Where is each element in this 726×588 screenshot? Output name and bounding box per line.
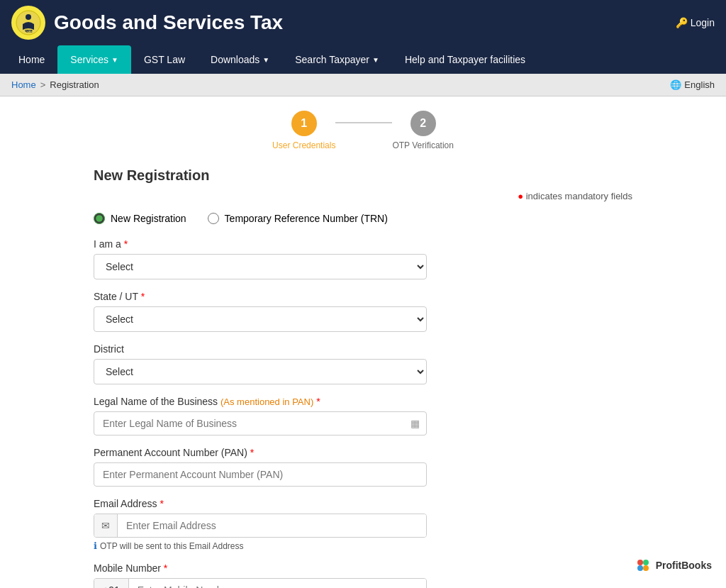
legal-name-required-star: *: [316, 396, 320, 407]
district-label: District: [94, 343, 632, 355]
svg-point-4: [643, 560, 649, 565]
step-2-circle: 2: [411, 111, 436, 136]
downloads-dropdown-arrow: ▼: [262, 56, 269, 64]
profitbooks-logo: [635, 557, 652, 574]
email-group: Email Address * ✉ ℹ OTP will be sent to …: [94, 498, 632, 551]
pan-required-star: *: [250, 447, 254, 458]
email-helper-text: ℹ OTP will be sent to this Email Address: [94, 540, 632, 551]
step-2: 2 OTP Verification: [392, 111, 453, 150]
legal-name-icon: ▦: [411, 418, 420, 429]
i-am-a-required-star: *: [124, 238, 128, 250]
radio-trn[interactable]: Temporary Reference Number (TRN): [208, 213, 388, 224]
svg-text:भारत: भारत: [25, 29, 33, 33]
site-title: Goods and Services Tax: [54, 11, 283, 34]
header: भारत Goods and Services Tax 🔑 Login: [0, 0, 726, 45]
registration-type-group: New Registration Temporary Reference Num…: [94, 213, 632, 224]
state-ut-required-star: *: [141, 291, 145, 302]
breadcrumb-current: Registration: [50, 79, 99, 90]
pan-group: Permanent Account Number (PAN) *: [94, 447, 632, 487]
main-content: 1 User Credentials 2 OTP Verification Ne…: [0, 96, 726, 588]
i-am-a-group: I am a * Select Taxpayer Tax Deductor Ta…: [94, 238, 632, 279]
header-left: भारत Goods and Services Tax: [11, 6, 283, 40]
radio-new-reg-input[interactable]: [94, 213, 105, 224]
header-logo: भारत: [11, 6, 45, 40]
profitbooks-label: ProfitBooks: [656, 560, 712, 571]
email-input-wrapper: ✉: [94, 514, 427, 538]
email-label: Email Address *: [94, 498, 632, 509]
radio-new-registration[interactable]: New Registration: [94, 213, 186, 224]
pan-input[interactable]: [94, 462, 427, 487]
breadcrumb-separator: >: [40, 79, 46, 90]
mandatory-note: ● indicates mandatory fields: [94, 191, 632, 201]
services-dropdown-arrow: ▼: [111, 56, 118, 64]
mobile-required-star: *: [164, 562, 167, 574]
email-info-icon: ℹ: [94, 540, 97, 551]
district-group: District Select: [94, 343, 632, 384]
mobile-input-wrapper: +91: [94, 578, 427, 588]
profitbooks-watermark: ProfitBooks: [635, 557, 712, 574]
legal-name-label: Legal Name of the Business (As mentioned…: [94, 396, 632, 407]
nav-item-help[interactable]: Help and Taxpayer facilities: [392, 45, 538, 74]
language-selector[interactable]: 🌐 English: [670, 79, 715, 90]
i-am-a-label: I am a *: [94, 238, 632, 250]
mobile-label: Mobile Number *: [94, 562, 632, 574]
nav-item-services[interactable]: Services ▼: [57, 45, 131, 74]
svg-point-5: [637, 565, 643, 571]
step-connector: [335, 122, 392, 123]
legal-name-group: Legal Name of the Business (As mentioned…: [94, 396, 632, 436]
login-button[interactable]: 🔑 Login: [676, 17, 715, 28]
form-container: 1 User Credentials 2 OTP Verification Ne…: [94, 111, 632, 588]
state-ut-group: State / UT * Select: [94, 291, 632, 332]
breadcrumb-left: Home > Registration: [11, 79, 99, 90]
stepper: 1 User Credentials 2 OTP Verification: [94, 111, 632, 150]
mobile-group: Mobile Number * +91 ℹ Separate OTP will …: [94, 562, 632, 588]
navbar: Home Services ▼ GST Law Downloads ▼ Sear…: [0, 45, 726, 74]
state-ut-select[interactable]: Select: [94, 306, 427, 332]
state-ut-label: State / UT *: [94, 291, 632, 302]
legal-name-sub-label: (As mentioned in PAN): [220, 396, 313, 407]
step-1-label: User Credentials: [272, 140, 335, 150]
radio-trn-label: Temporary Reference Number (TRN): [225, 213, 388, 224]
step-1: 1 User Credentials: [272, 111, 335, 150]
nav-item-downloads[interactable]: Downloads ▼: [198, 45, 282, 74]
login-icon: 🔑: [676, 17, 688, 28]
mobile-country-code: +91: [94, 579, 129, 588]
globe-icon: 🌐: [670, 79, 681, 90]
nav-item-home[interactable]: Home: [6, 45, 57, 74]
mobile-input[interactable]: [129, 579, 426, 588]
svg-point-3: [637, 560, 643, 565]
email-input[interactable]: [118, 514, 426, 537]
form-title: New Registration: [94, 167, 632, 184]
district-select[interactable]: Select: [94, 359, 427, 384]
step-2-label: OTP Verification: [392, 140, 453, 150]
i-am-a-select[interactable]: Select Taxpayer Tax Deductor Tax Collect…: [94, 254, 427, 279]
search-taxpayer-dropdown-arrow: ▼: [372, 56, 379, 64]
nav-item-search-taxpayer[interactable]: Search Taxpayer ▼: [282, 45, 392, 74]
email-required-star: *: [160, 498, 163, 509]
breadcrumb-home-link[interactable]: Home: [11, 79, 36, 90]
svg-point-1: [26, 14, 31, 20]
email-envelope-icon: ✉: [94, 514, 118, 537]
nav-item-gst-law[interactable]: GST Law: [131, 45, 198, 74]
legal-name-input-wrapper: ▦: [94, 411, 427, 436]
legal-name-input[interactable]: [94, 411, 427, 436]
radio-trn-input[interactable]: [208, 213, 219, 224]
breadcrumb: Home > Registration 🌐 English: [0, 74, 726, 96]
pan-label: Permanent Account Number (PAN) *: [94, 447, 632, 458]
step-1-circle: 1: [291, 111, 317, 136]
radio-new-reg-label: New Registration: [111, 213, 186, 224]
mandatory-dot: ●: [518, 191, 523, 201]
svg-point-6: [643, 565, 649, 571]
